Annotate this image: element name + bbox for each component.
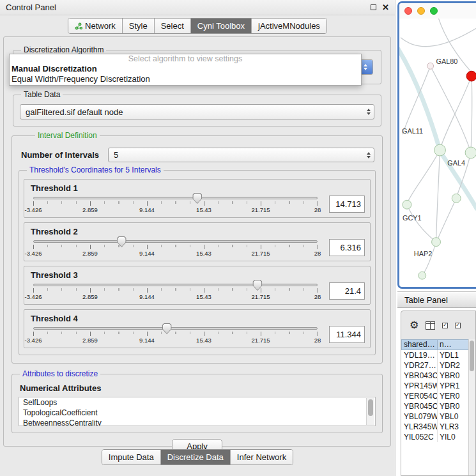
scale-label: -3.426 <box>25 250 42 257</box>
table-row[interactable]: YIL052CYIL0 <box>401 432 475 442</box>
num-intervals-combobox[interactable]: 5 <box>108 148 374 162</box>
scale-label: 2.859 <box>82 250 98 257</box>
scale-label: -3.426 <box>25 293 42 300</box>
network-node[interactable] <box>403 200 411 209</box>
network-canvas[interactable]: GAL80 GAL11 GAL4 GCY1 HAP2 <box>399 19 476 287</box>
threshold-panel: Threshold 1 -3.4262.8599.14415.4321.7152… <box>24 179 371 218</box>
table-data-group: Table Data galFiltered.sif default node <box>13 95 381 127</box>
table-panel-title: Table Panel <box>404 295 448 305</box>
network-node[interactable] <box>427 63 434 69</box>
network-node[interactable] <box>434 144 446 156</box>
table-cell[interactable]: YIL052C <box>401 432 438 442</box>
slider-scale: -3.4262.8599.14415.4321.71528 <box>33 250 318 257</box>
algorithm-option[interactable]: Manual Discretization <box>10 64 361 74</box>
threshold-slider[interactable]: -3.4262.8599.14415.4321.71528 <box>29 238 324 257</box>
table-scrollbar[interactable] <box>468 339 475 475</box>
numerical-attributes-label: Numerical Attributes <box>20 383 376 393</box>
tab-cyni-toolbox[interactable]: Cyni Toolbox <box>190 19 251 33</box>
algorithm-option[interactable]: Equal Width/Frequency Discretization <box>10 74 361 84</box>
attribute-item[interactable]: BetweennessCentrality <box>19 418 375 426</box>
network-node[interactable] <box>465 147 476 158</box>
attribute-item[interactable]: TopologicalCoefficient <box>19 408 375 418</box>
tab-select[interactable]: Select <box>154 19 190 33</box>
slider-track[interactable] <box>33 284 318 286</box>
scrollbar-thumb[interactable] <box>470 341 474 371</box>
slider-scale: -3.4262.8599.14415.4321.71528 <box>33 206 318 213</box>
attributes-scrollbar[interactable] <box>366 398 374 425</box>
scale-label: 2.859 <box>82 337 98 344</box>
node-label: GAL4 <box>447 159 465 167</box>
scale-label: 21.715 <box>251 337 270 344</box>
threshold-slider[interactable]: -3.4262.8599.14415.4321.71528 <box>29 194 324 213</box>
table-row[interactable]: YDL19…YDL1 <box>401 350 475 360</box>
table-cell[interactable]: YER054C <box>401 391 438 401</box>
threshold-panel: Threshold 2 -3.4262.8599.14415.4321.7152… <box>24 222 371 261</box>
table-cell[interactable]: YDL19… <box>401 350 438 360</box>
network-view-window[interactable]: GAL80 GAL11 GAL4 GCY1 HAP2 <box>397 1 476 289</box>
table-row[interactable]: YDR27…YDR2 <box>401 360 475 371</box>
scale-label: 15.43 <box>196 337 211 344</box>
window-title: Control Panel <box>6 3 56 12</box>
table-row[interactable]: YBL079WYBL0 <box>401 411 475 422</box>
scale-label: 9.144 <box>139 337 155 344</box>
threshold-value-field[interactable]: 21.4 <box>329 282 365 300</box>
table-cell[interactable]: YBR043C <box>401 371 438 381</box>
scale-label: -3.426 <box>25 206 42 213</box>
table-row[interactable]: YPR145WYPR1 <box>401 381 475 391</box>
slider-thumb[interactable] <box>117 236 127 247</box>
slider-thumb[interactable] <box>162 323 172 334</box>
threshold-value-field[interactable]: 6.316 <box>329 239 365 256</box>
threshold-slider[interactable]: -3.4262.8599.14415.4321.71528 <box>29 325 324 344</box>
table-row[interactable]: YBR045CYBR0 <box>401 401 475 411</box>
table-cell[interactable]: YBR045C <box>401 401 438 411</box>
close-icon[interactable]: ✕ <box>382 4 389 11</box>
zoom-traffic-light[interactable] <box>430 7 438 15</box>
slider-track[interactable] <box>33 240 318 243</box>
close-traffic-light[interactable] <box>404 7 412 15</box>
threshold-value-field[interactable]: 14.713 <box>329 196 365 213</box>
attribute-item[interactable]: SelfLoops <box>19 397 375 408</box>
slider-track[interactable] <box>33 327 318 330</box>
network-node[interactable] <box>452 194 461 203</box>
table-row[interactable]: YER054CYER0 <box>401 391 475 401</box>
table-data-combobox[interactable]: galFiltered.sif default node <box>20 104 374 119</box>
checkbox-icon[interactable] <box>455 323 461 328</box>
control-panel-window: Control Panel ✕ Network Styl <box>0 0 395 476</box>
table-cell[interactable]: YBL079W <box>401 411 438 422</box>
table-row[interactable]: YBR043CYBR0 <box>401 371 475 381</box>
selected-network-node[interactable] <box>466 71 476 81</box>
interval-group-label: Interval Definition <box>35 131 100 140</box>
tab-network[interactable]: Network <box>68 19 122 33</box>
interval-definition-group: Interval Definition Number of Intervals … <box>12 135 383 364</box>
scale-label: 28 <box>314 250 321 257</box>
slider-thumb[interactable] <box>252 280 262 291</box>
scrollbar-thumb[interactable] <box>368 399 373 416</box>
tab-impute-data[interactable]: Impute Data <box>102 450 160 464</box>
tab-infer-network[interactable]: Infer Network <box>230 450 293 464</box>
column-header-shared[interactable]: shared… <box>401 339 438 350</box>
tab-style[interactable]: Style <box>122 19 154 33</box>
slider-ticks <box>33 288 318 293</box>
network-node[interactable] <box>432 238 441 247</box>
control-panel-tabbar: Network Style Select Cyni Toolbox jActiv… <box>0 15 395 36</box>
gear-icon[interactable]: ⚙ <box>410 320 418 330</box>
column-selector-icon[interactable] <box>426 321 435 330</box>
slider-thumb[interactable] <box>192 193 202 204</box>
table-cell[interactable]: YLR345W <box>401 422 438 432</box>
num-intervals-value: 5 <box>114 150 118 160</box>
slider-track[interactable] <box>33 197 318 199</box>
scale-label: -3.426 <box>25 337 42 344</box>
table-cell[interactable]: YDR27… <box>401 360 438 371</box>
minimize-traffic-light[interactable] <box>417 7 425 15</box>
slider-ticks <box>33 201 318 206</box>
tab-discretize-data[interactable]: Discretize Data <box>160 450 230 464</box>
checkbox-icon[interactable] <box>442 323 448 328</box>
threshold-value-field[interactable]: 11.344 <box>329 326 365 343</box>
undock-icon[interactable] <box>371 4 376 10</box>
cyni-toolbox-panel: Discretization Algorithm Table Data galF… <box>3 36 391 447</box>
threshold-slider[interactable]: -3.4262.8599.14415.4321.71528 <box>29 281 324 300</box>
network-node[interactable] <box>418 272 426 279</box>
table-cell[interactable]: YPR145W <box>401 381 438 391</box>
tab-jactivemnodules[interactable]: jActiveMNodules <box>251 19 326 33</box>
table-row[interactable]: YLR345WYLR3 <box>401 422 475 432</box>
